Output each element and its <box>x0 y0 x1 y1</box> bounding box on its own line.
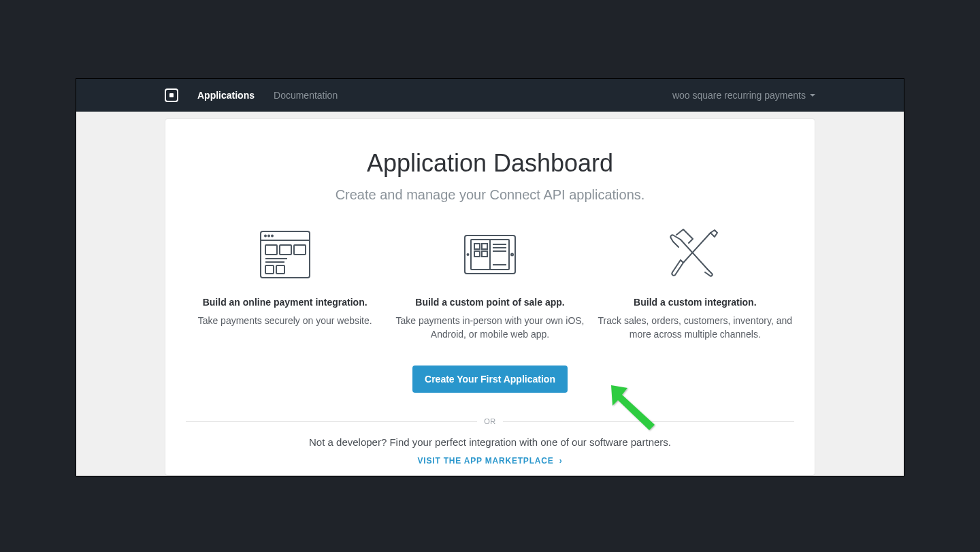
feature-columns: Build an online payment integration. Tak… <box>176 227 804 341</box>
svg-point-16 <box>511 254 513 256</box>
column-heading: Build a custom point of sale app. <box>391 297 589 308</box>
nav-applications[interactable]: Applications <box>197 90 255 101</box>
chevron-down-icon <box>810 94 815 97</box>
visit-marketplace-link[interactable]: VISIT THE APP MARKETPLACE › <box>176 456 804 466</box>
account-menu[interactable]: woo square recurring payments <box>672 90 815 101</box>
svg-point-15 <box>467 254 468 255</box>
page-title: Application Dashboard <box>176 149 804 178</box>
nav-documentation[interactable]: Documentation <box>274 90 338 101</box>
svg-point-3 <box>268 236 270 237</box>
browser-window-icon <box>186 227 384 282</box>
svg-rect-20 <box>482 251 487 257</box>
tablet-pos-icon <box>391 227 589 282</box>
page-subtitle: Create and manage your Connect API appli… <box>176 187 804 203</box>
column-description: Take payments securely on your website. <box>186 314 384 328</box>
column-heading: Build a custom integration. <box>596 297 794 308</box>
svg-rect-18 <box>482 244 487 249</box>
svg-line-26 <box>681 240 708 270</box>
or-label: OR <box>477 417 503 425</box>
square-logo-icon[interactable] <box>165 88 178 102</box>
or-divider: OR <box>186 417 794 425</box>
account-label: woo square recurring payments <box>672 90 806 101</box>
dashboard-card: Application Dashboard Create and manage … <box>165 118 815 476</box>
column-online-payment: Build an online payment integration. Tak… <box>186 227 384 341</box>
content-area: Application Dashboard Create and manage … <box>76 112 904 476</box>
svg-rect-7 <box>294 245 306 255</box>
column-heading: Build an online payment integration. <box>186 297 384 308</box>
tools-icon <box>596 227 794 282</box>
svg-rect-10 <box>265 265 274 274</box>
create-first-application-button[interactable]: Create Your First Application <box>412 366 568 393</box>
marketplace-link-label: VISIT THE APP MARKETPLACE <box>418 456 554 466</box>
column-description: Track sales, orders, customers, inventor… <box>596 314 794 341</box>
svg-rect-5 <box>265 245 277 255</box>
app-window: Applications Documentation woo square re… <box>76 78 904 476</box>
svg-rect-11 <box>276 265 284 274</box>
topbar: Applications Documentation woo square re… <box>76 79 904 112</box>
chevron-right-icon: › <box>559 456 563 466</box>
svg-rect-19 <box>474 251 480 257</box>
cta-row: Create Your First Application <box>176 366 804 393</box>
column-custom-integration: Build a custom integration. Track sales,… <box>596 227 794 341</box>
column-description: Take payments in-person with your own iO… <box>391 314 589 341</box>
not-a-developer-text: Not a developer? Find your perfect integ… <box>176 436 804 448</box>
column-pos-app: Build a custom point of sale app. Take p… <box>391 227 589 341</box>
svg-point-2 <box>265 236 266 237</box>
svg-point-4 <box>272 236 273 237</box>
svg-rect-17 <box>474 244 480 249</box>
svg-rect-6 <box>280 245 291 255</box>
